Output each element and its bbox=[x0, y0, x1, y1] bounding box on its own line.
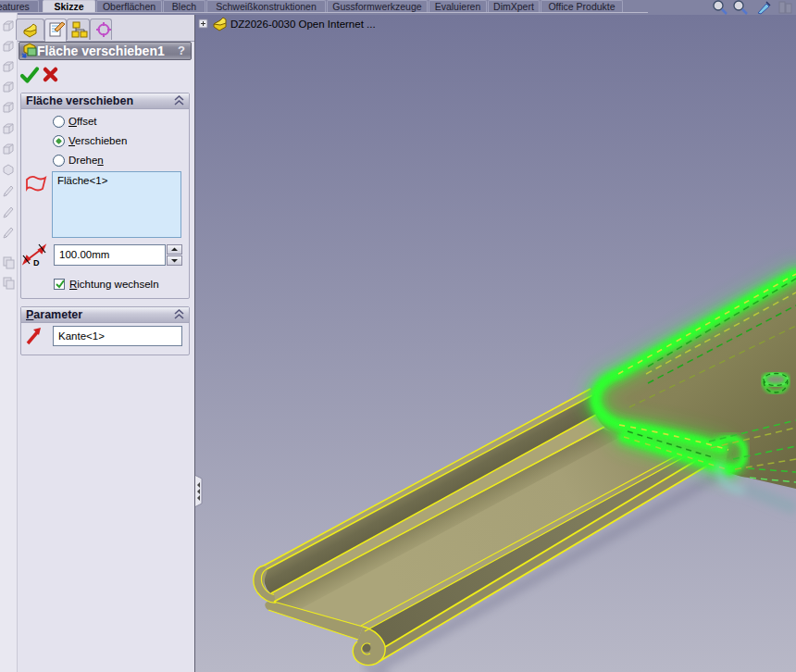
svg-text:DZ2026-0030 Open Internet ...: DZ2026-0030 Open Internet ... bbox=[230, 19, 376, 30]
svg-text:D: D bbox=[33, 258, 40, 267]
